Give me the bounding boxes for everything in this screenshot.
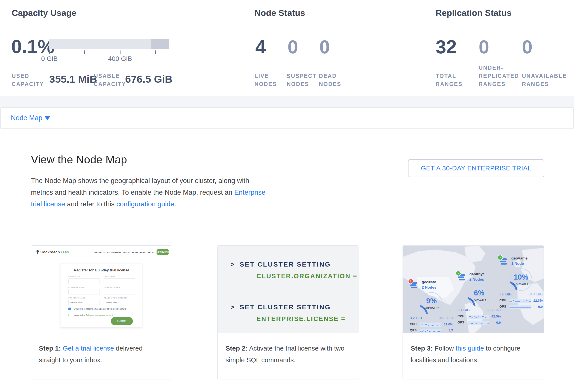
node-map-dropdown[interactable]: Node Map	[11, 108, 42, 128]
configuration-guide-link[interactable]: configuration guide	[117, 200, 174, 208]
cpu-value: 12.3%	[533, 299, 543, 302]
capacity-percent: 10%	[509, 273, 533, 281]
capacity-gauge: 9% CAPACITY	[419, 291, 444, 316]
used-capacity-value: 355.1 MiB	[49, 73, 97, 85]
used-gib: 3.6 GiB	[499, 292, 512, 296]
suspect-nodes-label: SUSPECT NODES	[287, 72, 321, 88]
enterprise-trial-license-link[interactable]: Enterprise	[234, 188, 265, 196]
last-name-field[interactable]	[104, 279, 135, 284]
capacity-used-percent: 0.1%	[11, 36, 55, 57]
sql-command-1: SET CLUSTER SETTING	[240, 261, 331, 268]
dead-nodes-label: DEAD NODES	[319, 72, 348, 88]
nav-item-product[interactable]: PRODUCT	[94, 252, 105, 254]
locality-name: geo=nyc	[469, 272, 485, 277]
node-map-preview: 1 geo=sfo 2 Nodes 9% CAPACITY 3.2 GiB35.…	[403, 246, 544, 333]
total-gib: 65.7 GiB	[487, 308, 501, 312]
capacity-axis-tick	[155, 51, 156, 54]
license-agreement-checkbox[interactable]	[68, 314, 71, 316]
enterprise-trial-license-link[interactable]: trial license	[31, 200, 65, 208]
suspect-nodes-count: 0	[287, 36, 298, 58]
email-updates-text: I would like to receive email updates ab…	[73, 308, 126, 310]
step1-caption: Step 1: Get a trial license delivered st…	[31, 333, 172, 379]
live-nodes-count: 4	[255, 36, 266, 58]
total-ranges-label: TOTAL RANGES	[436, 72, 469, 88]
reason-for-interest-select[interactable]: Please Select	[104, 300, 135, 305]
software-license-agreement-link[interactable]: Software License Agreement.	[86, 314, 113, 316]
live-nodes-label: LIVE NODES	[254, 72, 283, 88]
brand-name: Cockroach	[41, 250, 60, 254]
healthy-badge-icon: ✓	[456, 271, 461, 276]
total-ranges-count: 32	[436, 36, 457, 58]
get-trial-license-link[interactable]: Get a trial license	[63, 345, 114, 352]
cockroach-labs-logo: CockroachLABS	[36, 250, 69, 254]
company-email-field[interactable]	[104, 289, 135, 295]
cpu-label: CPU	[457, 314, 464, 318]
locality-node-count: 1 Node	[511, 261, 524, 266]
step3-pre: Follow	[433, 345, 455, 352]
nav-item-docs[interactable]: DOCS	[123, 252, 130, 254]
error-badge-icon: 1	[408, 279, 413, 284]
cpu-value: 42.5%	[491, 314, 501, 318]
healthy-badge-icon: ✓	[498, 255, 503, 260]
replication-status-title: Replication Status	[436, 8, 512, 18]
mini-site-nav: PRODUCT CUSTOMERS DOCS RESOURCES BLOG	[94, 252, 154, 254]
used-capacity-label: USED CAPACITY	[12, 72, 47, 88]
submit-button[interactable]: SUBMIT	[111, 317, 133, 325]
locality-name: geo=ams	[511, 256, 528, 261]
capacity-values: 3.2 GiB35.1 GiB	[410, 316, 453, 320]
qps-sparkline	[468, 321, 489, 325]
brand-suffix: LABS	[61, 251, 69, 254]
total-gib: 34.4 GiB	[529, 292, 543, 296]
chevron-down-icon[interactable]	[44, 116, 51, 120]
sql-command-2: SET CLUSTER SETTING	[240, 303, 331, 311]
used-gib: 3.2 GiB	[410, 316, 422, 320]
locality-name: geo=sfo	[422, 280, 436, 284]
email-updates-checkbox[interactable]: ✓	[68, 308, 71, 310]
download-button[interactable]: DOWNLOAD	[156, 249, 169, 255]
qps-label: QPS	[457, 320, 464, 324]
section-divider	[31, 231, 543, 231]
capacity-axis-label-mid: 400 GiB	[108, 55, 132, 62]
reason-for-interest-label: REASON FOR INTEREST	[104, 297, 127, 299]
company-email-label: COMPANY EMAIL	[104, 286, 121, 288]
nav-item-customers[interactable]: CUSTOMERS	[107, 252, 122, 254]
qps-row: QPS 0.0	[457, 320, 501, 325]
first-name-label: FIRST NAME	[68, 276, 81, 278]
project-phase-select[interactable]: Please Select	[68, 300, 100, 305]
node-map-description: The Node Map shows the geographical layo…	[31, 175, 278, 210]
capacity-caption: CAPACITY	[509, 282, 533, 285]
cockroach-bug-icon	[36, 250, 40, 254]
view-selector-bar: Node Map	[0, 107, 574, 129]
company-name-label: COMPANY NAME	[68, 286, 85, 288]
dead-nodes-count: 0	[319, 36, 330, 58]
cpu-row: CPU 42.5%	[457, 314, 501, 319]
get-enterprise-trial-button[interactable]: GET A 30-DAY ENTERPRISE TRIAL	[408, 159, 544, 177]
locality-node-count: 2 Nodes	[469, 277, 484, 282]
sql-arg-1: CLUSTER.ORGANIZATION =	[256, 273, 357, 280]
capacity-values: 3.6 GiB34.4 GiB	[499, 292, 543, 296]
qps-sparkline	[420, 329, 441, 333]
step2-card: > SET CLUSTER SETTING CLUSTER.ORGANIZATI…	[217, 245, 359, 379]
sql-commands-panel: > SET CLUSTER SETTING CLUSTER.ORGANIZATI…	[218, 246, 359, 333]
capacity-bar	[49, 39, 169, 49]
qps-value: 4.7	[449, 329, 453, 332]
capacity-caption: CAPACITY	[467, 298, 492, 301]
cpu-sparkline	[468, 315, 489, 319]
cpu-sparkline	[510, 299, 531, 303]
nav-item-blog[interactable]: BLOG	[148, 252, 154, 254]
description-line3: and refer to this	[65, 200, 117, 208]
nav-item-resources[interactable]: RESOURCES	[132, 252, 146, 254]
under-replicated-ranges-count: 0	[479, 36, 489, 58]
company-name-field[interactable]	[68, 289, 100, 295]
description-line2: metrics and health indicators. To enable…	[31, 188, 234, 196]
cpu-value: 11.0%	[444, 322, 453, 326]
capacity-percent: 6%	[467, 289, 492, 297]
unavailable-ranges-count: 0	[522, 36, 533, 58]
project-phase-label: PROJECT PHASE	[68, 297, 85, 299]
last-name-label: LAST NAME	[104, 276, 115, 278]
sql-prompt: >	[230, 261, 235, 268]
qps-label: QPS	[410, 329, 417, 332]
capacity-gauge: 6% CAPACITY	[467, 283, 492, 308]
this-guide-link[interactable]: this guide	[455, 345, 484, 352]
first-name-field[interactable]	[68, 279, 100, 284]
